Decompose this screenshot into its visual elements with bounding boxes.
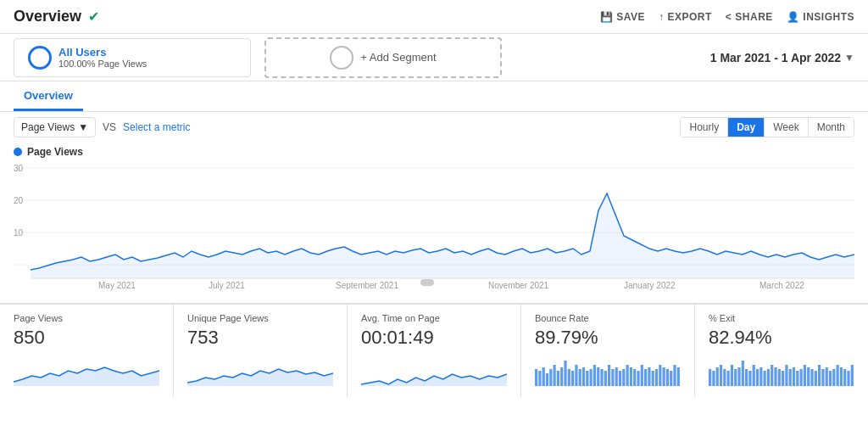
insights-button[interactable]: 👤 INSIGHTS [787,11,854,23]
svg-rect-94 [837,365,839,386]
segment-left: All Users 100.00% Page Views + Add Segme… [14,37,502,78]
chevron-down-icon: ▼ [78,121,88,133]
add-segment-button[interactable]: + Add Segment [264,37,502,78]
svg-rect-37 [600,369,603,386]
svg-text:20: 20 [14,196,24,205]
svg-rect-68 [742,361,744,386]
save-icon: 💾 [600,11,614,23]
svg-rect-58 [677,367,680,386]
svg-rect-48 [641,365,643,386]
svg-rect-82 [793,367,795,386]
page-views-chart: 30 20 10 May 2021 July 2021 September 20… [14,160,854,291]
svg-rect-29 [571,371,574,386]
page-title: Overview [14,8,81,25]
svg-rect-51 [652,371,654,386]
stat-exit-rate: % Exit 82.94% [695,305,868,397]
svg-text:May 2021: May 2021 [98,281,136,290]
svg-rect-70 [748,371,751,386]
header: Overview ✔ 💾 SAVE ↑ EXPORT < SHARE 👤 INS… [0,0,868,34]
svg-rect-28 [568,369,570,386]
svg-rect-89 [818,365,821,386]
week-button[interactable]: Week [765,118,808,137]
insights-icon: 👤 [787,11,800,23]
stats-bar: Page Views 850 Unique Page Views 753 Avg… [0,304,868,397]
svg-text:July 2021: July 2021 [209,281,245,290]
svg-rect-67 [737,367,740,386]
share-button[interactable]: < SHARE [726,11,773,23]
svg-rect-78 [778,369,781,386]
svg-rect-24 [554,365,556,386]
metric-bar: Page Views ▼ VS Select a metric Hourly D… [0,112,868,143]
unique-page-views-sparkline [187,352,333,386]
date-range-picker[interactable]: 1 Mar 2021 - 1 Apr 2022 ▼ [710,51,854,64]
select-metric-link[interactable]: Select a metric [123,121,190,133]
export-button[interactable]: ↑ EXPORT [659,11,712,23]
svg-rect-53 [659,365,661,386]
svg-rect-55 [666,369,669,386]
svg-rect-92 [829,371,832,386]
stat-unique-page-views: Unique Page Views 753 [174,305,348,397]
export-icon: ↑ [659,11,665,23]
save-button[interactable]: 💾 SAVE [600,11,645,23]
metric-left: Page Views ▼ VS Select a metric [14,117,190,137]
page-views-sparkline [14,352,159,386]
svg-rect-80 [785,365,787,386]
svg-rect-47 [637,371,639,386]
svg-rect-77 [774,367,776,386]
chart-area: Page Views 30 20 10 May 2021 July 2021 S… [0,143,868,304]
svg-text:30: 30 [14,164,24,173]
svg-rect-76 [771,365,773,386]
month-button[interactable]: Month [809,118,854,137]
svg-rect-46 [633,369,636,386]
svg-marker-18 [361,374,507,386]
svg-rect-31 [579,369,581,386]
legend-dot [14,148,22,156]
svg-rect-20 [538,371,541,386]
vs-label: VS [103,121,116,133]
svg-rect-71 [753,365,755,386]
svg-rect-72 [756,369,759,386]
svg-rect-19 [535,369,537,386]
svg-rect-22 [546,373,548,386]
svg-rect-60 [712,371,715,386]
metric-select-dropdown[interactable]: Page Views ▼ [14,117,96,137]
tab-overview[interactable]: Overview [14,82,83,111]
segment-text: All Users 100.00% Page Views [58,46,147,69]
segment-all-users[interactable]: All Users 100.00% Page Views [14,38,251,77]
stat-avg-time: Avg. Time on Page 00:01:49 [348,305,521,397]
svg-rect-56 [670,371,672,386]
svg-rect-74 [764,371,766,386]
exit-rate-sparkline [709,352,854,386]
svg-rect-96 [843,369,846,386]
svg-rect-75 [767,369,770,386]
svg-rect-64 [727,371,730,386]
svg-rect-49 [644,369,647,386]
header-right: 💾 SAVE ↑ EXPORT < SHARE 👤 INSIGHTS [600,11,854,23]
svg-rect-66 [734,369,737,386]
add-segment-circle [330,46,353,70]
tab-bar: Overview [0,81,868,112]
svg-rect-15 [420,279,434,286]
svg-rect-62 [720,365,722,386]
svg-rect-38 [604,371,607,386]
svg-rect-30 [575,365,577,386]
check-icon: ✔ [88,8,99,25]
svg-rect-52 [655,369,658,386]
svg-rect-42 [619,371,621,386]
header-left: Overview ✔ [14,8,99,25]
svg-rect-86 [807,367,810,386]
svg-rect-88 [815,371,817,386]
svg-text:January 2022: January 2022 [624,281,676,290]
segment-bar: All Users 100.00% Page Views + Add Segme… [0,34,868,81]
svg-rect-21 [542,367,545,386]
svg-rect-65 [731,365,733,386]
time-period-buttons: Hourly Day Week Month [680,117,854,137]
hourly-button[interactable]: Hourly [681,118,728,137]
svg-rect-45 [630,367,632,386]
svg-rect-44 [626,365,629,386]
svg-rect-83 [796,371,798,386]
day-button[interactable]: Day [728,118,765,137]
svg-rect-98 [851,365,854,386]
svg-rect-54 [663,367,665,386]
svg-rect-59 [709,369,711,386]
